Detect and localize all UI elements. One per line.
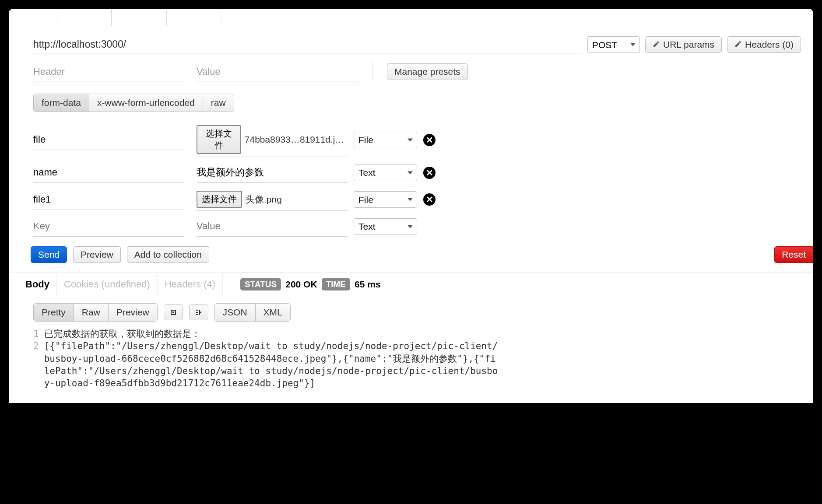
response-meta: STATUS 200 OK TIME 65 ms	[240, 273, 381, 296]
headers-button[interactable]: Headers (0)	[727, 36, 801, 53]
formdata-file-value: 选择文件 74bba8933…81911d.jpeg	[197, 122, 348, 157]
formdata-file-value: 选择文件 头像.png	[197, 188, 348, 211]
reset-button[interactable]: Reset	[774, 246, 813, 263]
header-value-input[interactable]	[197, 63, 358, 81]
header-key-input[interactable]	[33, 63, 184, 81]
format-json[interactable]: JSON	[215, 304, 256, 321]
view-mode-raw[interactable]: Raw	[74, 304, 109, 321]
formdata-row: Text ✕	[33, 160, 813, 186]
app-window: POST URL params Headers (0) Manage prese…	[9, 9, 813, 403]
url-params-button[interactable]: URL params	[645, 36, 722, 53]
delete-row-icon[interactable]: ✕	[423, 134, 436, 146]
formdata-key-input[interactable]	[33, 189, 184, 210]
line-gutter: 1 2	[33, 328, 44, 390]
edit-icon	[653, 39, 660, 50]
url-input[interactable]	[33, 36, 582, 53]
body-type-raw[interactable]: raw	[203, 94, 234, 112]
formdata-key-input[interactable]	[33, 216, 184, 237]
format-group: JSON XML	[214, 303, 291, 322]
response-tabs: Body Cookies (undefined) Headers (4) STA…	[9, 273, 813, 296]
formdata-text-value[interactable]	[197, 216, 348, 237]
preview-button[interactable]: Preview	[73, 246, 121, 263]
body-type-urlencoded[interactable]: x-www-form-urlencoded	[89, 94, 203, 112]
wrap-icon[interactable]	[189, 304, 208, 320]
response-tab-headers[interactable]: Headers (4)	[158, 273, 223, 296]
body-type-group: form-data x-www-form-urlencoded raw	[33, 94, 234, 112]
request-tabstrip	[9, 9, 813, 26]
formdata-type-select[interactable]: Text	[354, 218, 417, 235]
action-row: Send Preview Add to collection Reset	[9, 239, 813, 273]
formdata-key-input[interactable]	[33, 162, 184, 183]
formdata-rows: 选择文件 74bba8933…81911d.jpeg File ✕ Text ✕…	[9, 120, 813, 239]
copy-icon[interactable]	[164, 304, 183, 320]
response-toolbar: Pretty Raw Preview JSON XML	[9, 296, 813, 326]
formdata-type-select[interactable]: Text	[354, 164, 417, 181]
choose-file-button[interactable]: 选择文件	[197, 191, 242, 208]
response-body: 1 2 已完成数据的获取，获取到的数据是：[{"filePath":"/User…	[9, 326, 813, 403]
time-value: 65 ms	[355, 279, 381, 290]
view-mode-pretty[interactable]: Pretty	[34, 304, 74, 321]
filename-label: 74bba8933…81911d.jpeg	[245, 134, 348, 145]
formdata-text-value[interactable]	[197, 162, 348, 183]
time-badge: TIME	[322, 278, 350, 290]
view-mode-group: Pretty Raw Preview	[33, 303, 158, 322]
add-to-collection-button[interactable]: Add to collection	[127, 246, 209, 263]
choose-file-button[interactable]: 选择文件	[197, 125, 241, 154]
status-value: 200 OK	[285, 279, 317, 290]
divider	[372, 62, 373, 81]
response-tab-cookies[interactable]: Cookies (undefined)	[57, 273, 158, 296]
formdata-type-select[interactable]: File	[354, 132, 417, 148]
svg-rect-1	[172, 312, 174, 313]
send-button[interactable]: Send	[31, 246, 67, 263]
delete-row-icon[interactable]: ✕	[423, 167, 436, 179]
http-method-select[interactable]: POST	[587, 36, 640, 53]
delete-row-icon[interactable]: ✕	[423, 193, 436, 206]
headers-button-label: Headers (0)	[745, 39, 794, 50]
url-params-label: URL params	[663, 39, 714, 50]
formdata-key-input[interactable]	[33, 130, 184, 150]
manage-presets-button[interactable]: Manage presets	[387, 63, 468, 80]
request-tab[interactable]	[166, 9, 221, 26]
filename-label: 头像.png	[246, 193, 282, 206]
status-badge: STATUS	[240, 278, 281, 290]
format-xml[interactable]: XML	[256, 304, 290, 321]
formdata-row: 选择文件 头像.png File ✕	[33, 186, 813, 214]
body-type-formdata[interactable]: form-data	[34, 94, 89, 112]
formdata-type-select[interactable]: File	[354, 191, 417, 208]
view-mode-preview[interactable]: Preview	[109, 304, 157, 321]
url-row: POST URL params Headers (0)	[9, 26, 813, 58]
response-code[interactable]: 已完成数据的获取，获取到的数据是：[{"filePath":"/Users/zh…	[44, 328, 499, 390]
formdata-row-empty: Text	[33, 214, 813, 239]
response-tab-body[interactable]: Body	[18, 273, 57, 296]
request-tab[interactable]	[57, 9, 112, 26]
request-tab[interactable]	[112, 9, 166, 26]
body-type-row: form-data x-www-form-urlencoded raw	[9, 86, 813, 120]
formdata-row: 选择文件 74bba8933…81911d.jpeg File ✕	[33, 120, 813, 160]
headers-editor-row: Manage presets	[9, 58, 813, 86]
edit-icon	[734, 39, 741, 50]
